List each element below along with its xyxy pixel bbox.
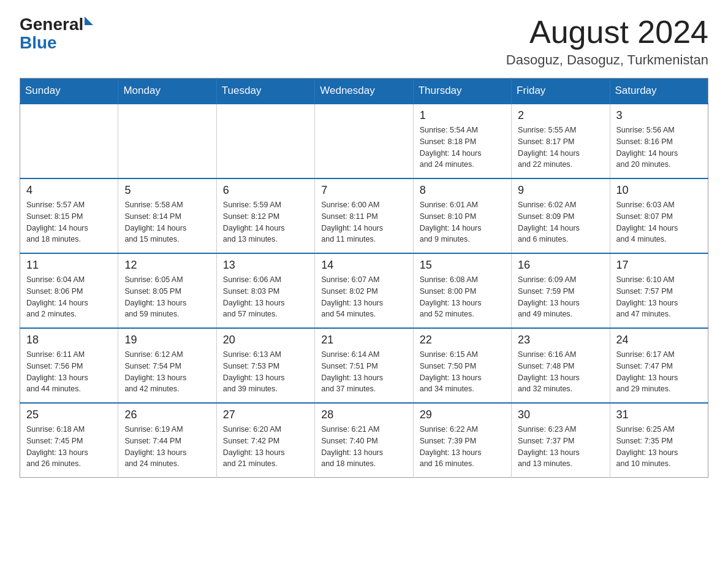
- calendar-day-25: 25Sunrise: 6:18 AMSunset: 7:45 PMDayligh…: [20, 403, 118, 478]
- day-info: Sunrise: 6:21 AMSunset: 7:40 PMDaylight:…: [321, 424, 406, 470]
- weekday-header-tuesday: Tuesday: [216, 79, 314, 104]
- calendar-day-22: 22Sunrise: 6:15 AMSunset: 7:50 PMDayligh…: [413, 328, 511, 403]
- day-info: Sunrise: 6:07 AMSunset: 8:02 PMDaylight:…: [321, 274, 406, 320]
- day-info: Sunrise: 6:04 AMSunset: 8:06 PMDaylight:…: [26, 274, 112, 320]
- calendar-day-23: 23Sunrise: 6:16 AMSunset: 7:48 PMDayligh…: [512, 328, 610, 403]
- weekday-header-wednesday: Wednesday: [315, 79, 413, 104]
- day-number: 22: [420, 334, 505, 347]
- day-info: Sunrise: 5:56 AMSunset: 8:16 PMDaylight:…: [616, 124, 702, 170]
- day-info: Sunrise: 6:09 AMSunset: 7:59 PMDaylight:…: [518, 274, 603, 320]
- day-number: 30: [518, 408, 603, 421]
- day-number: 19: [124, 334, 210, 347]
- day-number: 16: [518, 259, 603, 272]
- weekday-header-friday: Friday: [512, 79, 610, 104]
- day-info: Sunrise: 6:14 AMSunset: 7:51 PMDaylight:…: [321, 349, 406, 395]
- calendar-day-13: 13Sunrise: 6:06 AMSunset: 8:03 PMDayligh…: [216, 253, 314, 328]
- calendar-empty-cell: [315, 104, 413, 178]
- calendar-day-24: 24Sunrise: 6:17 AMSunset: 7:47 PMDayligh…: [610, 328, 708, 403]
- calendar-empty-cell: [216, 104, 314, 178]
- calendar-body: 1Sunrise: 5:54 AMSunset: 8:18 PMDaylight…: [20, 104, 708, 478]
- calendar-day-6: 6Sunrise: 5:59 AMSunset: 8:12 PMDaylight…: [216, 178, 314, 253]
- calendar-day-20: 20Sunrise: 6:13 AMSunset: 7:53 PMDayligh…: [216, 328, 314, 403]
- calendar-week-row: 18Sunrise: 6:11 AMSunset: 7:56 PMDayligh…: [20, 328, 708, 403]
- calendar-day-18: 18Sunrise: 6:11 AMSunset: 7:56 PMDayligh…: [20, 328, 118, 403]
- day-number: 9: [518, 184, 603, 197]
- weekday-header-sunday: Sunday: [20, 79, 118, 104]
- day-number: 27: [223, 408, 308, 421]
- day-number: 3: [616, 109, 702, 122]
- weekday-header-monday: Monday: [118, 79, 216, 104]
- day-number: 4: [26, 184, 112, 197]
- day-info: Sunrise: 6:05 AMSunset: 8:05 PMDaylight:…: [124, 274, 210, 320]
- day-number: 2: [518, 109, 603, 122]
- logo-general: General: [20, 15, 83, 34]
- day-info: Sunrise: 5:57 AMSunset: 8:15 PMDaylight:…: [26, 199, 112, 245]
- day-info: Sunrise: 6:00 AMSunset: 8:11 PMDaylight:…: [321, 199, 406, 245]
- day-number: 13: [223, 259, 308, 272]
- day-number: 14: [321, 259, 406, 272]
- calendar-day-31: 31Sunrise: 6:25 AMSunset: 7:35 PMDayligh…: [610, 403, 708, 478]
- day-number: 10: [616, 184, 702, 197]
- day-number: 5: [124, 184, 210, 197]
- logo-triangle-icon: [85, 17, 93, 25]
- calendar-day-16: 16Sunrise: 6:09 AMSunset: 7:59 PMDayligh…: [512, 253, 610, 328]
- calendar-day-5: 5Sunrise: 5:58 AMSunset: 8:14 PMDaylight…: [118, 178, 216, 253]
- calendar-day-14: 14Sunrise: 6:07 AMSunset: 8:02 PMDayligh…: [315, 253, 413, 328]
- calendar-day-10: 10Sunrise: 6:03 AMSunset: 8:07 PMDayligh…: [610, 178, 708, 253]
- day-info: Sunrise: 6:18 AMSunset: 7:45 PMDaylight:…: [26, 424, 112, 470]
- calendar-day-9: 9Sunrise: 6:02 AMSunset: 8:09 PMDaylight…: [512, 178, 610, 253]
- day-info: Sunrise: 6:12 AMSunset: 7:54 PMDaylight:…: [124, 349, 210, 395]
- calendar-week-row: 25Sunrise: 6:18 AMSunset: 7:45 PMDayligh…: [20, 403, 708, 478]
- day-info: Sunrise: 6:19 AMSunset: 7:44 PMDaylight:…: [124, 424, 210, 470]
- day-number: 11: [26, 259, 112, 272]
- calendar-empty-cell: [118, 104, 216, 178]
- day-number: 25: [26, 408, 112, 421]
- day-number: 20: [223, 334, 308, 347]
- logo: General Blue: [20, 15, 93, 52]
- day-number: 24: [616, 334, 702, 347]
- calendar-day-30: 30Sunrise: 6:23 AMSunset: 7:37 PMDayligh…: [512, 403, 610, 478]
- calendar-day-7: 7Sunrise: 6:00 AMSunset: 8:11 PMDaylight…: [315, 178, 413, 253]
- header: General Blue August 2024 Dasoguz, Dasogu…: [20, 15, 708, 68]
- day-info: Sunrise: 6:17 AMSunset: 7:47 PMDaylight:…: [616, 349, 702, 395]
- calendar-day-12: 12Sunrise: 6:05 AMSunset: 8:05 PMDayligh…: [118, 253, 216, 328]
- day-info: Sunrise: 6:15 AMSunset: 7:50 PMDaylight:…: [420, 349, 505, 395]
- calendar-day-17: 17Sunrise: 6:10 AMSunset: 7:57 PMDayligh…: [610, 253, 708, 328]
- day-number: 8: [420, 184, 505, 197]
- day-number: 26: [124, 408, 210, 421]
- day-number: 28: [321, 408, 406, 421]
- day-number: 29: [420, 408, 505, 421]
- day-info: Sunrise: 6:20 AMSunset: 7:42 PMDaylight:…: [223, 424, 308, 470]
- day-info: Sunrise: 6:08 AMSunset: 8:00 PMDaylight:…: [420, 274, 505, 320]
- calendar-day-15: 15Sunrise: 6:08 AMSunset: 8:00 PMDayligh…: [413, 253, 511, 328]
- day-info: Sunrise: 5:55 AMSunset: 8:17 PMDaylight:…: [518, 124, 603, 170]
- calendar-header: SundayMondayTuesdayWednesdayThursdayFrid…: [20, 79, 708, 104]
- day-info: Sunrise: 6:16 AMSunset: 7:48 PMDaylight:…: [518, 349, 603, 395]
- day-info: Sunrise: 6:22 AMSunset: 7:39 PMDaylight:…: [420, 424, 505, 470]
- weekday-header-thursday: Thursday: [413, 79, 511, 104]
- day-number: 6: [223, 184, 308, 197]
- day-info: Sunrise: 6:23 AMSunset: 7:37 PMDaylight:…: [518, 424, 603, 470]
- day-info: Sunrise: 6:11 AMSunset: 7:56 PMDaylight:…: [26, 349, 112, 395]
- day-number: 21: [321, 334, 406, 347]
- day-info: Sunrise: 5:54 AMSunset: 8:18 PMDaylight:…: [420, 124, 505, 170]
- calendar-day-8: 8Sunrise: 6:01 AMSunset: 8:10 PMDaylight…: [413, 178, 511, 253]
- day-number: 15: [420, 259, 505, 272]
- day-number: 12: [124, 259, 210, 272]
- calendar-day-28: 28Sunrise: 6:21 AMSunset: 7:40 PMDayligh…: [315, 403, 413, 478]
- calendar-day-29: 29Sunrise: 6:22 AMSunset: 7:39 PMDayligh…: [413, 403, 511, 478]
- day-info: Sunrise: 6:06 AMSunset: 8:03 PMDaylight:…: [223, 274, 308, 320]
- calendar-day-19: 19Sunrise: 6:12 AMSunset: 7:54 PMDayligh…: [118, 328, 216, 403]
- weekday-header-row: SundayMondayTuesdayWednesdayThursdayFrid…: [20, 79, 708, 104]
- calendar-week-row: 1Sunrise: 5:54 AMSunset: 8:18 PMDaylight…: [20, 104, 708, 178]
- calendar-week-row: 4Sunrise: 5:57 AMSunset: 8:15 PMDaylight…: [20, 178, 708, 253]
- day-info: Sunrise: 5:58 AMSunset: 8:14 PMDaylight:…: [124, 199, 210, 245]
- calendar-day-4: 4Sunrise: 5:57 AMSunset: 8:15 PMDaylight…: [20, 178, 118, 253]
- day-info: Sunrise: 5:59 AMSunset: 8:12 PMDaylight:…: [223, 199, 308, 245]
- day-info: Sunrise: 6:13 AMSunset: 7:53 PMDaylight:…: [223, 349, 308, 395]
- calendar-week-row: 11Sunrise: 6:04 AMSunset: 8:06 PMDayligh…: [20, 253, 708, 328]
- day-info: Sunrise: 6:25 AMSunset: 7:35 PMDaylight:…: [616, 424, 702, 470]
- calendar-day-11: 11Sunrise: 6:04 AMSunset: 8:06 PMDayligh…: [20, 253, 118, 328]
- day-info: Sunrise: 6:02 AMSunset: 8:09 PMDaylight:…: [518, 199, 603, 245]
- location-subtitle: Dasoguz, Dasoguz, Turkmenistan: [506, 52, 708, 68]
